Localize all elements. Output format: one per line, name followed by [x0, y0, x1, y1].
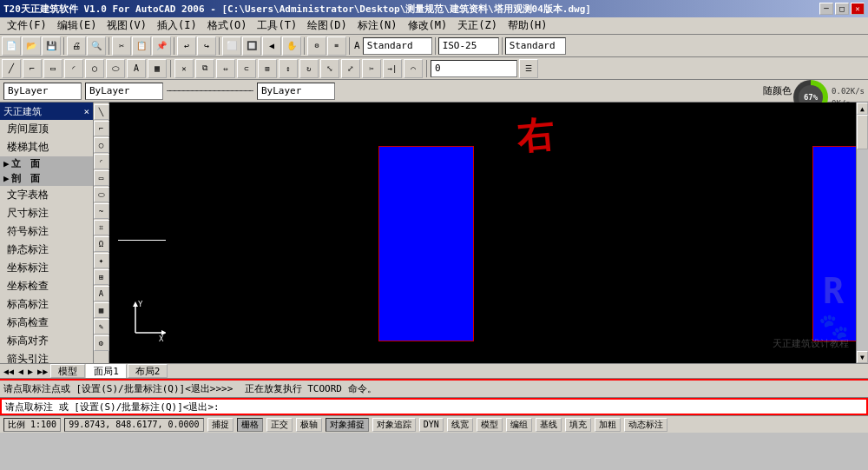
snap-button[interactable]: 捕捉 [207, 418, 233, 432]
stretch-button[interactable]: ⤢ [341, 59, 360, 78]
move-button[interactable]: ↕ [279, 59, 298, 78]
panel-item-dim[interactable]: 尺寸标注 [0, 204, 93, 222]
menu-draw[interactable]: 绘图(D) [302, 17, 352, 34]
paste-button[interactable]: 📌 [152, 36, 171, 56]
panel-item-arrow[interactable]: 箭头引注 [0, 350, 93, 363]
panel-item-coordmark[interactable]: 坐标标注 [0, 259, 93, 277]
print-button[interactable]: 🖨 [67, 36, 86, 56]
menu-edit[interactable]: 编辑(E) [52, 17, 102, 34]
close-button[interactable]: ✕ [851, 3, 865, 15]
properties-button[interactable]: ⚙ [307, 36, 326, 56]
panel-item-elevcheck[interactable]: 标高检查 [0, 314, 93, 332]
tab-back-arrow[interactable]: ◀ [16, 367, 25, 376]
tab-layout1[interactable]: 面局1 [86, 364, 127, 378]
lv-btn15[interactable]: ⚙ [94, 335, 109, 351]
lv-btn1[interactable]: ╲ [94, 104, 109, 120]
lineweight-button[interactable]: 线宽 [447, 418, 473, 432]
preview-button[interactable]: 🔍 [87, 36, 106, 56]
menu-view[interactable]: 视图(V) [102, 17, 152, 34]
offset-button[interactable]: ⊂ [237, 59, 256, 78]
minimize-button[interactable]: ─ [819, 3, 833, 15]
lv-btn8[interactable]: ⌗ [94, 220, 109, 235]
lv-btn9[interactable]: Ω [94, 236, 109, 252]
tab-fwd-arrow[interactable]: ▶ [26, 367, 35, 376]
panel-item-roof[interactable]: 房间屋顶 [0, 120, 93, 138]
draw-ellipse-button[interactable]: ⬭ [106, 59, 125, 78]
panel-item-elevalign[interactable]: 标高对齐 [0, 332, 93, 350]
extend-button[interactable]: →| [383, 59, 402, 78]
layer-manager-button[interactable]: ☰ [519, 59, 538, 78]
draw-line-button[interactable]: ╱ [2, 59, 21, 78]
model-button[interactable]: 模型 [477, 418, 503, 432]
fill-button[interactable]: 填充 [565, 418, 591, 432]
lv-btn14[interactable]: ✎ [94, 319, 109, 334]
tablestyle-combo[interactable]: Standard [505, 37, 566, 55]
menu-insert[interactable]: 插入(I) [152, 17, 202, 34]
layer-combo[interactable]: 0 [431, 60, 517, 77]
mirror-button[interactable]: ⇔ [216, 59, 235, 78]
panel-item-coordcheck[interactable]: 坐标检查 [0, 277, 93, 295]
lv-btn12[interactable]: A [94, 286, 109, 301]
save-button[interactable]: 💾 [42, 36, 61, 56]
menu-tools[interactable]: 工具(T) [252, 17, 302, 34]
cut-button[interactable]: ✂ [112, 36, 131, 56]
menu-annotate[interactable]: 标注(N) [352, 17, 403, 34]
panel-section-section[interactable]: ▶剖 面 [0, 171, 93, 186]
linetype-combo[interactable]: ByLayer [85, 83, 163, 100]
menu-modify[interactable]: 修改(M) [403, 17, 453, 34]
scrollbar-thumb[interactable] [857, 115, 868, 149]
array-button[interactable]: ⊞ [258, 59, 277, 78]
draw-rect-button[interactable]: ▭ [43, 59, 62, 78]
lv-btn11[interactable]: ⊞ [94, 269, 109, 285]
draw-text-button[interactable]: A [127, 59, 146, 78]
copy2-button[interactable]: ⧉ [195, 59, 214, 78]
redo-button[interactable]: ↪ [197, 36, 216, 56]
polar-button[interactable]: 极轴 [296, 418, 322, 432]
lv-btn5[interactable]: ▭ [94, 170, 109, 186]
rotate-button[interactable]: ↻ [299, 59, 319, 78]
command-input-line[interactable]: 请点取标注 或 [设置(S)/批量标注(Q)]<退出>: [0, 398, 868, 415]
panel-item-elevmark[interactable]: 标高标注 [0, 295, 93, 314]
right-scrollbar[interactable]: ▲ ▼ [856, 103, 868, 363]
panel-item-texttable[interactable]: 文字表格 [0, 186, 93, 204]
tab-prev-arrow[interactable]: ◀◀ [2, 367, 16, 376]
erase-button[interactable]: ✕ [174, 59, 194, 78]
lv-btn3[interactable]: ○ [94, 137, 109, 153]
menu-help[interactable]: 帮助(H) [503, 17, 553, 34]
undo-button[interactable]: ↩ [177, 36, 196, 56]
group-button[interactable]: 编组 [506, 418, 532, 432]
draw-arc-button[interactable]: ◜ [64, 59, 83, 78]
panel-item-stair[interactable]: 楼梯其他 [0, 138, 93, 156]
lv-btn10[interactable]: ✦ [94, 253, 109, 268]
otrack-button[interactable]: 对象追踪 [372, 418, 416, 432]
lv-btn7[interactable]: ~ [94, 203, 109, 219]
lv-btn13[interactable]: ▦ [94, 302, 109, 318]
drawing-canvas[interactable]: 右 右 Y X 🐾 天正建筑设计教程 R [109, 103, 856, 363]
ortho-button[interactable]: 正交 [266, 418, 293, 432]
panel-item-staticmark[interactable]: 静态标注 [0, 241, 93, 259]
grid-button[interactable]: 栅格 [237, 418, 263, 432]
maximize-button[interactable]: □ [835, 3, 849, 15]
left-panel-close-button[interactable]: × [83, 106, 89, 117]
baseline-button[interactable]: 基线 [536, 418, 562, 432]
dyn-button[interactable]: DYN [419, 418, 444, 432]
tab-model[interactable]: 模型 [50, 364, 85, 378]
lv-btn4[interactable]: ◜ [94, 154, 109, 169]
new-button[interactable]: 📄 [2, 36, 21, 56]
color-combo[interactable]: ByLayer [3, 83, 82, 100]
lineweight-combo[interactable]: ByLayer [257, 83, 335, 100]
tab-last-arrow[interactable]: ▶▶ [36, 367, 49, 376]
trim-button[interactable]: ✂ [362, 59, 381, 78]
dimstyle-combo[interactable]: ISO-25 [438, 37, 499, 55]
osnap-button[interactable]: 对象捕捉 [326, 418, 369, 432]
bold-button[interactable]: 加粗 [595, 418, 621, 432]
menu-format[interactable]: 格式(O) [202, 17, 253, 34]
scale-button[interactable]: ⤡ [320, 59, 339, 78]
menu-tianzhen[interactable]: 天正(Z) [452, 17, 503, 34]
pan-button[interactable]: ✋ [282, 36, 301, 56]
dynmark-button[interactable]: 动态标注 [624, 418, 667, 432]
scrollbar-down-arrow[interactable]: ▼ [857, 351, 868, 363]
draw-polyline-button[interactable]: ⌐ [23, 59, 42, 78]
zoom-window-button[interactable]: ⬜ [222, 36, 241, 56]
menu-file[interactable]: 文件(F) [2, 17, 52, 34]
